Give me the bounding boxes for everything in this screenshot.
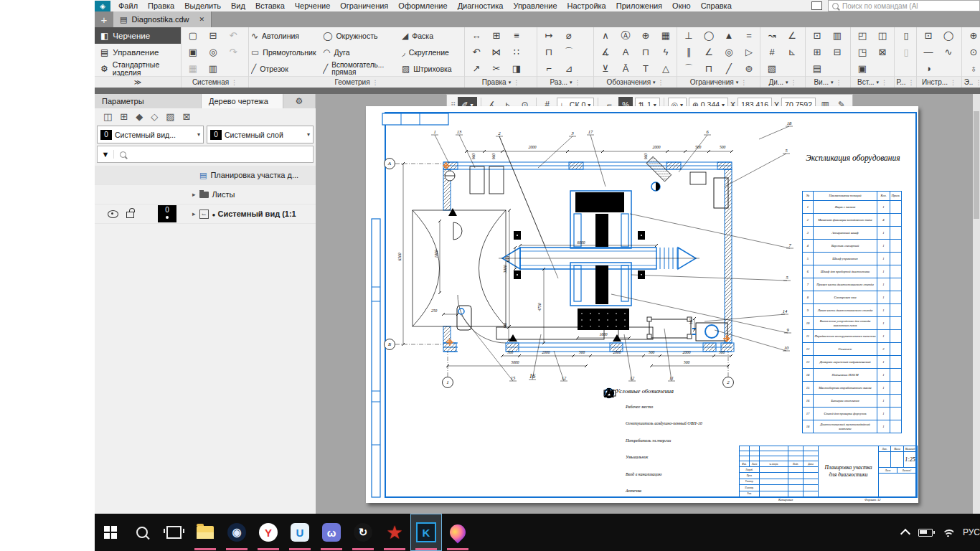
scale-tool-icon[interactable]: ↗: [466, 60, 486, 76]
print-preview-icon[interactable]: ◎: [203, 44, 223, 60]
layers-icon[interactable]: ▤: [807, 60, 827, 76]
menu-Управление[interactable]: Управление: [508, 0, 562, 11]
table-tool-icon[interactable]: ▦: [656, 27, 676, 44]
save-as-icon[interactable]: ▥: [203, 60, 223, 76]
current-layer-select[interactable]: 0 Системный слой ▾: [207, 126, 314, 143]
menu-Диагностика[interactable]: Диагностика: [453, 0, 509, 11]
menu-Файл[interactable]: Файл: [113, 0, 143, 11]
arc-dimension-icon[interactable]: ⌒: [559, 44, 579, 60]
ribbon-group-label[interactable]: Обозначения▾⋮: [594, 76, 677, 88]
tool-segment[interactable]: ╱Отрезок: [251, 60, 323, 76]
auto-dimension-icon[interactable]: ↦: [539, 27, 559, 44]
ribbon-group-label[interactable]: Ограничения▾⋮: [677, 76, 760, 88]
text-under-icon[interactable]: Ā: [616, 60, 636, 76]
new-tab-button[interactable]: +: [95, 11, 113, 27]
circle-constraint-icon[interactable]: ⊚: [739, 60, 759, 76]
wifi-icon[interactable]: [942, 528, 953, 537]
ribbon-tab-Черчение[interactable]: ◧Черчение: [95, 27, 181, 44]
dash-tool-icon[interactable]: —: [918, 44, 938, 60]
fragment-icon[interactable]: ⊠: [183, 111, 191, 122]
menu-Ограничения[interactable]: Ограничения: [335, 0, 393, 11]
align-tool-icon[interactable]: ≡: [507, 27, 527, 44]
move-tool-icon[interactable]: ↔: [466, 27, 486, 44]
star-game[interactable]: ★: [379, 514, 410, 551]
print-icon[interactable]: ⊟: [203, 27, 223, 44]
center-marker-icon[interactable]: ⊕: [636, 27, 656, 44]
roughness-symbol-icon[interactable]: ∧: [595, 27, 616, 44]
tree-item-system-view[interactable]: 0 ▸ ⌙ ● Системный вид (1:1: [95, 204, 316, 224]
uplay[interactable]: U: [284, 514, 316, 551]
ribbon-group-label[interactable]: Э..⋮: [962, 76, 980, 88]
ribbon-group-label[interactable]: Правка▾⋮: [465, 76, 537, 88]
ribbon-group-label[interactable]: Ви...▾⋮: [806, 76, 850, 88]
wave-tool-icon[interactable]: ∿: [938, 44, 958, 60]
menu-Выделить[interactable]: Выделить: [179, 0, 226, 11]
menu-Правка[interactable]: Правка: [143, 0, 179, 11]
tab-drawing-tree[interactable]: Дерево чертежа: [202, 94, 283, 108]
leader-line-icon[interactable]: ∡: [595, 44, 616, 60]
text-tool-icon[interactable]: T: [636, 60, 656, 76]
earth-tool-icon[interactable]: ♁: [963, 60, 980, 76]
text-leader-icon[interactable]: A: [616, 44, 636, 60]
command-search-input[interactable]: Поиск по командам (Al: [828, 0, 980, 11]
start-button[interactable]: [95, 514, 126, 551]
app-logo-icon[interactable]: ◈: [95, 1, 110, 11]
file-explorer[interactable]: [189, 514, 221, 551]
sphere-tool-icon[interactable]: ⊕: [963, 27, 980, 44]
halftone-tool-icon[interactable]: ◑: [918, 60, 938, 76]
associative-view-icon[interactable]: ◫: [103, 111, 112, 122]
drawing-canvas[interactable]: ⠿✐▾∡⊾⊙#∟СК 0▾⌐%⇅1▾◎▾⊕0.344▾X183.416Y70.7…: [316, 94, 980, 514]
quick-leader-icon[interactable]: ϟ: [656, 44, 676, 60]
steam[interactable]: ◉: [221, 514, 253, 551]
parallel-constraint-icon[interactable]: ∥: [679, 44, 699, 60]
ribbon-group-label[interactable]: Р...⋮: [895, 76, 916, 88]
insert-picture-icon[interactable]: ▣: [852, 60, 872, 76]
kompas-3d[interactable]: K: [410, 514, 442, 551]
tool-arc[interactable]: ◠Дуга: [323, 44, 402, 60]
circle-tool-icon[interactable]: ◯: [938, 27, 958, 44]
concentric-constraint-icon[interactable]: ◯: [699, 27, 719, 44]
tool-rectangle[interactable]: ▭Прямоугольник: [251, 44, 323, 60]
deform-tool-icon[interactable]: ◨: [507, 60, 527, 76]
rotation-app[interactable]: ↻: [347, 514, 379, 551]
picture-icon[interactable]: ▨: [166, 111, 174, 122]
tool-chamfer[interactable]: ◢Фаска: [402, 27, 463, 44]
symmetry-constraint-icon[interactable]: ▲: [719, 27, 739, 44]
language-indicator[interactable]: РУС: [963, 527, 980, 537]
tool-circle[interactable]: ◯Окружность: [323, 27, 402, 44]
current-view-select[interactable]: 0 Системный вид... ▾: [97, 126, 204, 143]
window-icon[interactable]: [811, 1, 822, 10]
ribbon-group-label[interactable]: Системная⋮: [182, 76, 248, 88]
task-view-button[interactable]: [158, 514, 189, 551]
battery-icon[interactable]: [918, 529, 933, 537]
new-view-icon[interactable]: ⊡: [807, 27, 827, 44]
ribbon-collapse[interactable]: ≫: [95, 76, 181, 88]
menu-Приложения[interactable]: Приложения: [611, 0, 667, 11]
menu-Черчение[interactable]: Черчение: [290, 0, 336, 11]
coincident-constraint-icon[interactable]: ◎: [719, 44, 739, 60]
layer-groups-icon[interactable]: ▥: [827, 27, 847, 44]
search-button[interactable]: [126, 514, 158, 551]
layer-icon[interactable]: ◆: [136, 111, 143, 122]
system-view-icon[interactable]: ⊞: [120, 111, 128, 122]
tool-hatch[interactable]: ▨Штриховка: [402, 60, 463, 76]
expand-arrow-icon[interactable]: ▸: [192, 210, 196, 217]
menu-Вставка[interactable]: Вставка: [250, 0, 290, 11]
ribbon-group-label[interactable]: Вст...▾⋮: [851, 76, 894, 88]
map-pin-app[interactable]: [442, 514, 473, 551]
ribbon-group-label[interactable]: Инстр...⋮: [917, 76, 961, 88]
insert-object-icon[interactable]: ⊠: [872, 44, 892, 60]
linear-dimension-icon[interactable]: ⊓: [539, 44, 559, 60]
insert-view-icon[interactable]: ◰: [852, 27, 872, 44]
view-manager-icon[interactable]: ⊞: [807, 44, 827, 60]
diameter-dimension-icon[interactable]: ⌀: [559, 27, 579, 44]
measure-curve-icon[interactable]: ↝: [762, 27, 782, 44]
horizontal-constraint-icon[interactable]: ▷: [739, 44, 759, 60]
view-marker-icon[interactable]: Ⓐ: [616, 27, 636, 44]
vertical-scrollbar[interactable]: [973, 94, 980, 514]
collinear-constraint-icon[interactable]: ╱: [719, 60, 739, 76]
macro-tool-icon[interactable]: ⊡: [918, 27, 938, 44]
discord[interactable]: ω: [316, 514, 347, 551]
equal-constraint-icon[interactable]: =: [739, 27, 759, 44]
menu-Справка[interactable]: Справка: [696, 0, 737, 11]
